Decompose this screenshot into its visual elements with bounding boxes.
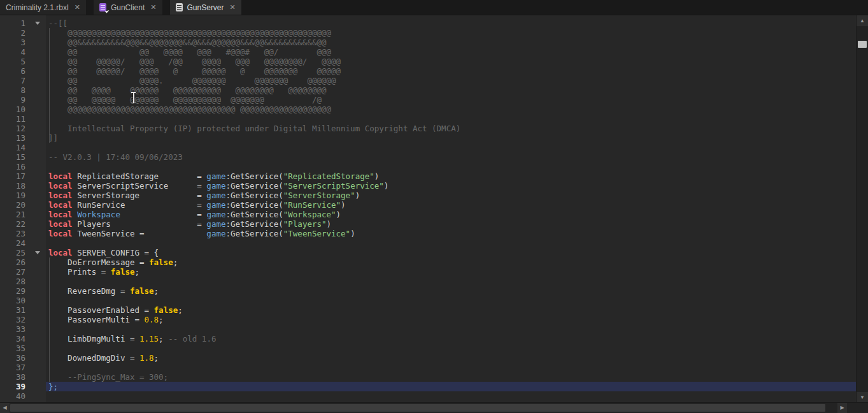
fold-column <box>29 267 48 277</box>
fold-column <box>29 391 48 401</box>
line-number[interactable]: 3 <box>0 38 29 47</box>
code-line[interactable]: 23local TweenService = game:GetService("… <box>0 229 857 238</box>
line-number[interactable]: 25 <box>0 248 29 257</box>
fold-arrow-icon[interactable] <box>35 251 40 254</box>
fold-arrow-icon[interactable] <box>35 22 40 25</box>
line-number[interactable]: 35 <box>0 344 29 353</box>
line-number[interactable]: 34 <box>0 334 29 344</box>
line-number[interactable]: 20 <box>0 200 29 210</box>
line-number[interactable]: 40 <box>0 391 29 401</box>
code-line[interactable]: 16 <box>0 162 857 171</box>
line-number[interactable]: 37 <box>0 363 29 372</box>
code-line[interactable]: 25local SERVER_CONFIG = { <box>0 248 857 257</box>
line-number[interactable]: 4 <box>0 47 29 57</box>
code-line[interactable]: 14 <box>0 143 857 152</box>
code-line[interactable]: 21local Workspace = game:GetService("Wor… <box>0 210 857 219</box>
horizontal-scrollbar-thumb[interactable] <box>10 404 825 412</box>
code-line[interactable]: 9 @@ @@@@@ @@@@@@ @@@@@@@@@@ @@@@@@@ /@ <box>0 95 857 105</box>
code-line[interactable]: 34 LimbDmgMulti = 1.15; -- old 1.6 <box>0 334 857 344</box>
scroll-left-button[interactable]: ◀ <box>0 403 10 413</box>
code-line[interactable]: 40 <box>0 391 857 401</box>
line-number[interactable]: 26 <box>0 257 29 267</box>
code-line[interactable]: 12 Intellectual Property (IP) protected … <box>0 124 857 133</box>
line-number[interactable]: 12 <box>0 124 29 133</box>
code-line[interactable]: 17local ReplicatedStorage = game:GetServ… <box>0 171 857 181</box>
code-line[interactable]: 30 <box>0 296 857 305</box>
code-line[interactable]: 1--[[ <box>0 18 857 28</box>
line-number[interactable]: 29 <box>0 286 29 296</box>
code-line[interactable]: 35 <box>0 344 857 353</box>
tab-close-icon[interactable]: ✕ <box>75 4 80 11</box>
scroll-right-button[interactable]: ▶ <box>837 403 847 413</box>
code-line[interactable]: 18local ServerScriptService = game:GetSe… <box>0 181 857 191</box>
horizontal-scrollbar[interactable]: ◀ ▶ <box>0 402 868 413</box>
line-number[interactable]: 19 <box>0 191 29 200</box>
code-line[interactable]: 7 @@ @@@@. @@@@@@@ @@@@@@@ @@@@@@ <box>0 76 857 85</box>
line-number[interactable]: 28 <box>0 277 29 286</box>
line-number[interactable]: 11 <box>0 114 29 124</box>
line-number[interactable]: 33 <box>0 324 29 334</box>
line-number[interactable]: 15 <box>0 152 29 162</box>
line-number[interactable]: 27 <box>0 267 29 277</box>
code-line[interactable]: 10 @@@@@@@@@@@@@@@@@@@@@@@@@@@@@@@@@@@ @… <box>0 105 857 114</box>
scroll-up-button[interactable]: ▲ <box>857 15 868 26</box>
code-line[interactable]: 29 ReverseDmg = false; <box>0 286 857 296</box>
line-number[interactable]: 36 <box>0 353 29 363</box>
line-number[interactable]: 6 <box>0 66 29 76</box>
code-line[interactable]: 8 @@ @@@@ @@@@@@ @@@@@@@@@@ @@@@@@@@ @@@… <box>0 85 857 95</box>
tab-gunclient[interactable]: GunClient✕ <box>94 0 162 15</box>
code-line[interactable]: 19local ServerStorage = game:GetService(… <box>0 191 857 200</box>
vertical-scrollbar[interactable]: ▲ ▼ <box>856 15 868 403</box>
code-line[interactable]: 38 --PingSync_Max = 300; <box>0 372 857 382</box>
line-number[interactable]: 10 <box>0 105 29 114</box>
line-number[interactable]: 38 <box>0 372 29 382</box>
scroll-down-button[interactable]: ▼ <box>857 392 868 403</box>
line-number[interactable]: 2 <box>0 28 29 38</box>
fold-column <box>29 152 48 162</box>
line-number[interactable]: 30 <box>0 296 29 305</box>
line-number[interactable]: 17 <box>0 171 29 181</box>
tab-close-icon[interactable]: ✕ <box>230 4 236 11</box>
tab-gunserver[interactable]: GunServer✕ <box>170 0 241 15</box>
line-number[interactable]: 18 <box>0 181 29 191</box>
code-line[interactable]: 15-- V2.0.3 | 17:40 09/06/2023 <box>0 152 857 162</box>
code-line[interactable]: 28 <box>0 277 857 286</box>
code-line[interactable]: 39}; <box>0 382 857 391</box>
code-line[interactable]: 31 PassoverEnabled = false; <box>0 305 857 315</box>
code-line[interactable]: 13]] <box>0 133 857 143</box>
code-editor[interactable]: 1--[[2 @@@@@@@@@@@@@@@@@@@@@@@@@@@@@@@@@… <box>0 15 857 403</box>
line-number[interactable]: 31 <box>0 305 29 315</box>
code-line[interactable]: 2 @@@@@@@@@@@@@@@@@@@@@@@@@@@@@@@@@@@@@@… <box>0 28 857 38</box>
line-number[interactable]: 32 <box>0 315 29 324</box>
code-line[interactable]: 36 DownedDmgDiv = 1.8; <box>0 353 857 363</box>
vertical-scrollbar-thumb[interactable] <box>858 41 867 48</box>
line-number[interactable]: 23 <box>0 229 29 238</box>
line-number[interactable]: 5 <box>0 57 29 66</box>
tab-criminality-2-1-rbxl[interactable]: Criminality 2.1.rbxl✕ <box>0 0 86 15</box>
code-line[interactable]: 6 @@ @@@@@/ @@@@ @ @@@@@ @ @@@@@@@ @@@@@ <box>0 66 857 76</box>
line-number[interactable]: 8 <box>0 85 29 95</box>
code-line[interactable]: 20local RunService = game:GetService("Ru… <box>0 200 857 210</box>
line-number[interactable]: 7 <box>0 76 29 85</box>
tab-close-icon[interactable]: ✕ <box>150 4 156 11</box>
code-line[interactable]: 32 PassoverMulti = 0.8; <box>0 315 857 324</box>
line-number[interactable]: 39 <box>0 382 29 391</box>
code-line[interactable]: 3 @@&&&&&&&&&&@@@&&@@@@@@@&&@&&&@@@@@@&&… <box>0 38 857 47</box>
code-line[interactable]: 26 DoErrorMessage = false; <box>0 257 857 267</box>
code-line[interactable]: 4 @@ @@ @@@@ @@@ #@@@# @@/ @@@ <box>0 47 857 57</box>
line-number[interactable]: 14 <box>0 143 29 152</box>
line-number[interactable]: 9 <box>0 95 29 105</box>
line-number[interactable]: 21 <box>0 210 29 219</box>
code-line[interactable]: 24 <box>0 238 857 248</box>
code-line[interactable]: 33 <box>0 324 857 334</box>
code-line[interactable]: 11 <box>0 114 857 124</box>
line-number[interactable]: 1 <box>0 18 29 28</box>
line-number[interactable]: 24 <box>0 238 29 248</box>
code-line[interactable]: 37 <box>0 363 857 372</box>
line-number[interactable]: 16 <box>0 162 29 171</box>
code-line[interactable]: 27 Prints = false; <box>0 267 857 277</box>
line-number[interactable]: 13 <box>0 133 29 143</box>
line-number[interactable]: 22 <box>0 219 29 229</box>
code-line[interactable]: 22local Players = game:GetService("Playe… <box>0 219 857 229</box>
code-line[interactable]: 5 @@ @@@@@/ @@@ /@@ @@@@ @@@ @@@@@@@@/ @… <box>0 57 857 66</box>
